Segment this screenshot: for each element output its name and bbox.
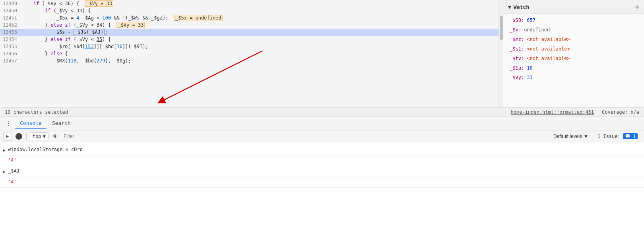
code-line-highlighted: 12453 $5s = _$J$(_$AJ); — [0, 29, 499, 36]
expand-arrow-1[interactable]: ▶ — [3, 146, 6, 154]
watch-item: _$tv: <not available> — [503, 54, 644, 63]
line-number: 12450 — [0, 7, 22, 14]
code-line: 12456 } else { — [0, 50, 499, 57]
file-link[interactable]: home-index.html:formatted:431 — [511, 109, 594, 115]
entry-text-2: '4' — [8, 156, 17, 164]
watch-title: ▼ Watch — [508, 4, 529, 10]
watch-item: _$x: undefined — [503, 25, 644, 35]
code-line: 12452 } else if (_$Vy < 34) { _$Vy = 33 — [0, 21, 499, 29]
selection-status: 10 characters selected — [5, 109, 68, 115]
entry-text-1: window.localStorage.$_cDro — [8, 146, 83, 154]
line-number: 12449 — [0, 0, 22, 7]
line-content: $5s = _$J$(_$AJ); — [22, 29, 108, 36]
watch-var-name: _$s1 — [510, 46, 521, 52]
top-label: top — [33, 134, 41, 139]
watch-colon: : — [521, 17, 527, 23]
watch-header: ▼ Watch + — [503, 0, 644, 14]
line-content: _$5x = 4 $Ag < 100 && !(_$Ws && _$gZ); _… — [22, 14, 223, 21]
code-panel: 12449 if (_$Vy < 36) { _$Vy = 33 12450 i… — [0, 0, 499, 107]
watch-value: <not available> — [527, 56, 570, 61]
line-number: 12452 — [0, 21, 22, 29]
watch-colon: : — [521, 46, 527, 52]
watch-var-name: _$Vy — [510, 75, 521, 80]
tab-search[interactable]: Search — [47, 118, 76, 129]
watch-var-name: _$tv — [510, 56, 521, 61]
line-content: } else if (_$Vy < 35) { — [22, 36, 111, 43]
line-number: 12457 — [0, 57, 22, 64]
issue-badge[interactable]: 1 Issue: 💬 1 — [594, 132, 641, 140]
default-levels-button[interactable]: Default levels ▼ — [550, 133, 592, 140]
console-entry-2: ▶ '4' — [0, 155, 644, 166]
issue-count: 💬 1 — [623, 133, 638, 139]
watch-colon: : — [521, 37, 527, 42]
watch-item: _$S8: 657 — [503, 16, 644, 25]
watch-value: undefined — [524, 27, 550, 33]
scrollbar-thumb-v[interactable] — [500, 16, 503, 40]
top-dropdown-arrow[interactable]: ▼ — [43, 134, 46, 139]
line-number: 12454 — [0, 36, 22, 43]
entry-text-4: '4' — [8, 178, 17, 186]
code-line: 12449 if (_$Vy < 36) { _$Vy = 33 — [0, 0, 499, 7]
line-content: } else if (_$Vy < 34) { _$Vy = 33 — [22, 21, 145, 29]
console-area: ⋮ Console Search ▶ ⚫ top ▼ 👁 Default lev… — [0, 117, 644, 239]
console-entry-1: ▶ window.localStorage.$_cDro — [0, 145, 644, 155]
watch-colon: : — [521, 56, 527, 61]
watch-item: _$mz: <not available> — [503, 35, 644, 44]
line-number: 12453 — [0, 29, 22, 36]
expand-arrow-4: ▶ — [3, 178, 6, 187]
watch-colon: : — [521, 65, 527, 71]
issue-label: 1 Issue: — [597, 134, 621, 139]
watch-var-name: _$x — [510, 27, 518, 33]
watch-value: <not available> — [527, 46, 570, 52]
console-entry-4: ▶ '4' — [0, 177, 644, 188]
watch-panel: ▼ Watch + _$S8: 657_$x: undefined_$mz: <… — [503, 0, 644, 107]
watch-value: <not available> — [527, 37, 570, 42]
code-line: 12451 _$5x = 4 $Ag < 100 && !(_$Ws && _$… — [0, 14, 499, 21]
console-menu-icon[interactable]: ⋮ — [3, 118, 14, 129]
watch-add-button[interactable]: + — [635, 3, 639, 10]
expand-arrow-2: ▶ — [3, 156, 6, 165]
watch-value: 10 — [527, 65, 532, 71]
eye-button[interactable]: 👁 — [51, 132, 60, 141]
code-line: 12457 $MX(118, $bd[279], $0g); — [0, 57, 499, 64]
run-button[interactable]: ▶ — [3, 132, 12, 141]
expand-arrow-3[interactable]: ▶ — [3, 167, 6, 176]
watch-item: _$Vy: 33 — [503, 73, 644, 82]
line-content: if (_$Vy < 33) { — [22, 7, 91, 14]
toolbar-separator — [26, 133, 27, 140]
line-content: $MX(118, $bd[279], $0g); — [22, 57, 131, 64]
watch-collapse-arrow[interactable]: ▼ — [508, 4, 511, 10]
line-content: } else { — [22, 50, 68, 57]
line-number: 12456 — [0, 50, 22, 57]
line-content: if (_$Vy < 36) { _$Vy = 33 — [22, 0, 113, 7]
code-lines: 12449 if (_$Vy < 36) { _$Vy = 33 12450 i… — [0, 0, 499, 107]
watch-value: 657 — [527, 17, 535, 23]
watch-title-label: Watch — [514, 4, 529, 10]
vertical-scrollbar[interactable] — [499, 0, 503, 107]
watch-item: _$Ea: 10 — [503, 63, 644, 73]
console-tabs: ⋮ Console Search — [0, 117, 644, 130]
line-number: 12451 — [0, 14, 22, 21]
top-selector[interactable]: top ▼ — [30, 132, 48, 140]
line-number: 12455 — [0, 43, 22, 50]
clear-button[interactable]: ⚫ — [14, 132, 23, 141]
watch-colon: : — [521, 75, 527, 80]
code-line: 12455 _$rg[_$bd[153]][_$bd[10]](_$9T); — [0, 43, 499, 50]
watch-value: 33 — [527, 75, 532, 80]
watch-var-name: _$Ea — [510, 65, 521, 71]
console-entry-3: ▶ _$AJ — [0, 166, 644, 177]
console-toolbar: ▶ ⚫ top ▼ 👁 Default levels ▼ 1 Issue: 💬 … — [0, 130, 644, 142]
tab-console[interactable]: Console — [15, 118, 47, 129]
coverage-status: Coverage: n/a — [602, 109, 639, 115]
default-levels-arrow: ▼ — [584, 134, 588, 139]
line-content: _$rg[_$bd[153]][_$bd[10]](_$9T); — [22, 43, 148, 50]
code-line: 12454 } else if (_$Vy < 35) { — [0, 36, 499, 43]
watch-item: _$s1: <not available> — [503, 44, 644, 54]
watch-colon: : — [518, 27, 524, 33]
code-line: 12450 if (_$Vy < 33) { — [0, 7, 499, 14]
watch-var-name: _$S8 — [510, 17, 521, 23]
status-bar: 10 characters selected home-index.html:f… — [0, 107, 644, 117]
watch-items-list: _$S8: 657_$x: undefined_$mz: <not availa… — [503, 14, 644, 107]
filter-input[interactable] — [62, 133, 548, 140]
console-output: ▶ window.localStorage.$_cDro ▶ '4' ▶ _$A… — [0, 142, 644, 239]
